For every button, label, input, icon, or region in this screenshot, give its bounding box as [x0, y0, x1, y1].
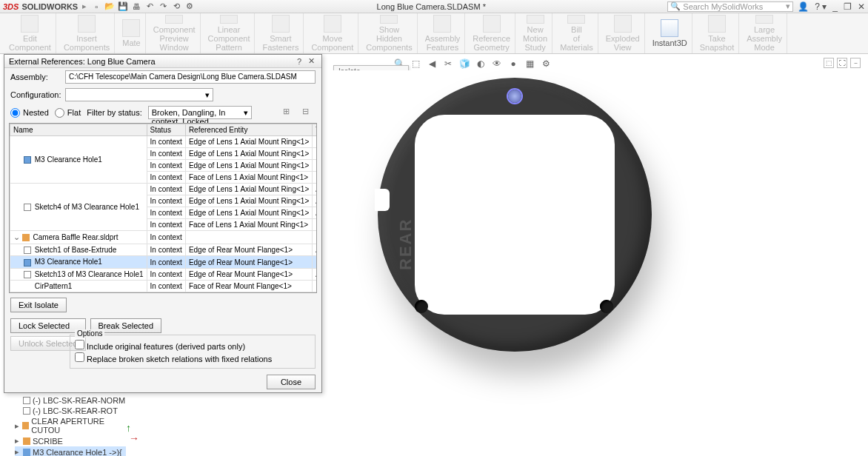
filter-status-dropdown[interactable]: Broken, Dangling, In context, Locked...▾ [148, 106, 252, 119]
document-title: Long Blue Camera.SLDASM * [195, 2, 667, 11]
recent-dropdown[interactable]: ▸ [82, 1, 87, 11]
feature-tree-item[interactable]: ▸M3 Clearance Hole1 ->){ [15, 446, 126, 456]
appearance-icon[interactable]: ● [507, 58, 520, 70]
quick-access-toolbar: ▫ 📂 💾 🖶 ↶ ↷ ⟲ ⚙ [91, 1, 195, 12]
configuration-dropdown[interactable]: ▾ [65, 88, 213, 101]
feature-tree-item[interactable]: ▸SCRIBE [15, 435, 126, 446]
table-row[interactable]: Sketch13 of M3 Clearance Hole1In context… [10, 268, 318, 280]
ribbon-show-hidden-components[interactable]: ShowHiddenComponents [361, 13, 417, 53]
feature-tree: (-) LBC-SK-REAR-NORM(-) LBC-SK-REAR-ROT▸… [15, 395, 126, 456]
options-legend: Options [75, 329, 104, 338]
search-field[interactable]: 🔍 Search MySolidWorks ▾ [667, 1, 793, 12]
flat-radio[interactable] [55, 108, 64, 118]
hole-bottom-right[interactable] [600, 300, 613, 313]
display-style-icon[interactable]: ◐ [474, 58, 487, 70]
col-name[interactable]: Name [10, 124, 147, 136]
chevron-down-icon: ▾ [205, 90, 210, 99]
exit-isolate-button[interactable]: Exit Isolate [10, 298, 67, 312]
table-row[interactable]: Sketch1 of Base-ExtrudeIn contextEdge of… [10, 244, 318, 256]
selected-hole[interactable] [508, 90, 521, 103]
app-logo: 3DS [3, 2, 19, 11]
view-orient-icon[interactable]: 🧊 [458, 58, 471, 70]
zoom-area-icon[interactable]: ⬚ [409, 58, 422, 70]
restore-icon[interactable]: ❐ [844, 1, 852, 12]
search-dropdown-icon[interactable]: ▾ [786, 1, 790, 11]
view-settings-icon[interactable]: ⚙ [539, 58, 552, 70]
options-icon[interactable]: ⚙ [184, 1, 195, 12]
redo-icon[interactable]: ↷ [158, 1, 168, 12]
command-ribbon: EditComponentInsertComponentsMateCompone… [0, 13, 868, 54]
configuration-label: Configuration: [10, 90, 62, 99]
ribbon-move-component[interactable]: MoveComponent [307, 13, 358, 53]
open-icon[interactable]: 📂 [104, 1, 115, 12]
search-icon: 🔍 [670, 1, 681, 11]
dialog-title: External References: Long Blue Camera [9, 57, 293, 66]
ribbon-mate[interactable]: Mate [118, 13, 145, 53]
replace-broken-checkbox[interactable] [75, 352, 84, 362]
references-table: Name Status Referenced Entity Type M3 Cl… [9, 123, 317, 293]
ribbon-take-snapshot[interactable]: TakeSnapshot [695, 13, 739, 53]
table-row[interactable]: M3 Clearance Hole1In contextEdge of Rear… [10, 256, 318, 268]
ribbon-insert-components[interactable]: InsertComponents [59, 13, 115, 53]
ribbon-assembly-features[interactable]: AssemblyFeatures [421, 13, 466, 53]
feature-tree-item[interactable]: (-) LBC-SK-REAR-NORM [15, 395, 126, 406]
app-name: SOLIDWORKS [21, 2, 78, 11]
col-status[interactable]: Status [147, 124, 185, 136]
print-icon[interactable]: 🖶 [131, 1, 141, 12]
rear-text-engraving: REAR [396, 218, 415, 270]
full-screen-icon[interactable]: ⛶ [837, 58, 847, 68]
notch-feature [375, 189, 390, 211]
external-references-dialog: External References: Long Blue Camera ? … [4, 54, 322, 393]
table-row[interactable]: M3 Clearance Hole1In contextEdge of Lens… [10, 136, 318, 148]
ribbon-bill-of-materials[interactable]: BillofMaterials [555, 13, 598, 53]
table-row[interactable]: CirPattern1In contextFace of Rear Mount … [10, 281, 318, 292]
ribbon-edit-component[interactable]: EditComponent [4, 13, 56, 53]
viewport-toolbar: 🔍 ⬚ ◀ ✂ 🧊 ◐ 👁 ● ▦ ⚙ [393, 58, 552, 70]
close-app-icon[interactable]: ✕ [858, 1, 865, 12]
options-group: Options Include original features (deriv… [70, 335, 316, 369]
ribbon-smart-fasteners[interactable]: SmartFasteners [258, 13, 304, 53]
collapse-all-icon[interactable]: ⊟ [302, 107, 316, 118]
dialog-help-icon[interactable]: ? [293, 57, 305, 66]
scene-icon[interactable]: ▦ [523, 58, 536, 70]
hole-bottom-left[interactable] [415, 300, 428, 313]
prev-view-icon[interactable]: ◀ [425, 58, 438, 70]
col-referenced-entity[interactable]: Referenced Entity [185, 124, 312, 136]
ribbon-new-motion-study[interactable]: NewMotionStudy [518, 13, 552, 53]
minimize-icon[interactable]: _ [832, 1, 838, 12]
feature-tree-item[interactable]: (-) LBC-SK-REAR-ROT [15, 406, 126, 416]
part-model[interactable]: REAR [378, 78, 652, 352]
assembly-label: Assembly: [10, 73, 62, 81]
link-views-icon[interactable]: ⬚ [824, 58, 834, 68]
expand-all-icon[interactable]: ⊞ [283, 107, 296, 118]
viewport-corner: ⬚ ⛶ － [824, 58, 861, 68]
viewport-3d[interactable]: REAR [326, 70, 859, 448]
save-icon[interactable]: 💾 [118, 1, 128, 12]
ribbon-component-preview-window[interactable]: ComponentPreviewWindow [149, 13, 201, 53]
undo-icon[interactable]: ↶ [144, 1, 155, 12]
new-icon[interactable]: ▫ [91, 1, 101, 12]
ribbon-large-assembly-mode[interactable]: LargeAssemblyMode [742, 13, 787, 53]
feature-tree-item[interactable]: ▸CLEAR APERTURE CUTOU [15, 416, 126, 435]
user-icon[interactable]: 👤 [798, 1, 809, 12]
ribbon-instant3d[interactable]: Instant3D [648, 13, 692, 53]
ribbon-reference-geometry[interactable]: ReferenceGeometry [468, 13, 515, 53]
col-type[interactable]: Type [313, 124, 317, 136]
include-original-checkbox[interactable] [75, 340, 84, 349]
nested-radio[interactable] [10, 108, 20, 118]
help-icon[interactable]: ? ▾ [815, 1, 827, 12]
close-dialog-button[interactable]: Close [267, 375, 316, 389]
rebuild-icon[interactable]: ⟲ [171, 1, 181, 12]
table-row[interactable]: ⌄ Fold Mirror No2 Pad.sldprtIn context [10, 292, 318, 293]
collapse-icon[interactable]: － [850, 58, 861, 68]
section-icon[interactable]: ✂ [441, 58, 455, 70]
title-bar: 3DS SOLIDWORKS ▸ ▫ 📂 💾 🖶 ↶ ↷ ⟲ ⚙ Long Bl… [0, 0, 868, 13]
filter-label: Filter by status: [87, 108, 142, 117]
dialog-close-icon[interactable]: ✕ [305, 56, 317, 66]
assembly-path-field[interactable]: C:\CFH Telescope\Main Camera Design\Long… [65, 70, 316, 84]
hide-show-icon[interactable]: 👁 [490, 58, 504, 70]
ribbon-exploded-view[interactable]: ExplodedView [601, 13, 645, 53]
table-row[interactable]: Sketch4 of M3 Clearance Hole1In contextE… [10, 184, 318, 195]
ribbon-linear-component-pattern[interactable]: LinearComponentPattern [204, 13, 256, 53]
table-row[interactable]: ⌄ Camera Baffle Rear.sldprtIn context [10, 231, 318, 244]
